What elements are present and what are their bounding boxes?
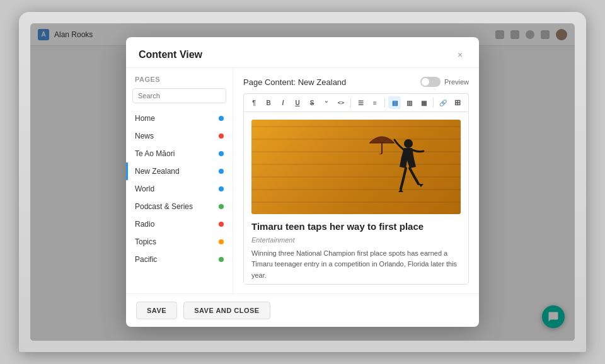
newzealand-dot [219, 169, 224, 174]
editor-panel: Page Content: New Zealand Preview [233, 68, 479, 293]
toolbar-code-block[interactable]: <> [335, 96, 347, 109]
toolbar-underline[interactable]: U [291, 96, 304, 109]
radio-dot [219, 222, 224, 227]
toolbar-paragraph[interactable]: ¶ [248, 96, 260, 109]
editor-area[interactable]: Timaru teen taps her way to first place … [243, 111, 469, 285]
toolbar-bold[interactable]: B [262, 96, 275, 109]
toolbar-sep-1 [350, 98, 351, 108]
laptop-shell: A Alan Rooks Content View × [19, 12, 586, 352]
teaomāori-dot [219, 151, 224, 156]
news-dot [219, 134, 224, 139]
podcast-dot [219, 204, 224, 209]
toolbar-italic[interactable]: I [277, 96, 289, 109]
sidebar-item-newzealand-label: New Zealand [135, 167, 180, 176]
sidebar-item-podcast-label: Podcast & Series [135, 202, 193, 211]
sidebar-item-news[interactable]: News [126, 127, 233, 145]
article-headline: Timaru teen taps her way to first place [251, 220, 461, 233]
sidebar-header: Pages [126, 76, 233, 88]
preview-switch[interactable] [420, 77, 441, 87]
toolbar-ul[interactable]: ☰ [354, 96, 367, 109]
pacific-dot [219, 257, 224, 262]
sidebar-item-teaomāori[interactable]: Te Ao Māori [126, 145, 233, 162]
sidebar-item-topics-label: Topics [135, 237, 156, 246]
sidebar-item-topics[interactable]: Topics [126, 233, 233, 251]
world-dot [219, 186, 224, 191]
search-wrap [126, 88, 233, 110]
article-body: Winning three National Champion first pl… [251, 248, 461, 282]
toolbar-align-right[interactable]: ▦ [417, 96, 430, 109]
toolbar-sep-2 [384, 98, 385, 108]
sidebar-item-world[interactable]: World [126, 180, 233, 198]
modal-body: Pages Home News [126, 68, 479, 293]
umbrella-icon [366, 129, 398, 154]
sidebar-item-radio[interactable]: Radio [126, 215, 233, 233]
toolbar-align-center[interactable]: ▥ [403, 96, 415, 109]
modal-footer: SAVE SAVE AND CLOSE [126, 293, 479, 327]
modal-title: Content View [139, 49, 202, 60]
sidebar-item-home-label: Home [135, 114, 155, 123]
save-button[interactable]: SAVE [136, 302, 177, 319]
toolbar-code-inline[interactable]: ʷ [320, 96, 333, 109]
modal-header: Content View × [126, 37, 479, 68]
content-top-bar: Page Content: New Zealand Preview [243, 77, 469, 87]
modal-dialog: Content View × Pages Home [126, 37, 479, 327]
sidebar-item-news-label: News [135, 132, 154, 140]
topics-dot [219, 239, 224, 244]
article-category: Entertainment [251, 236, 461, 244]
sidebar-item-world-label: World [135, 185, 154, 193]
save-close-button[interactable]: SAVE AND CLOSE [183, 302, 270, 319]
sidebar-item-newzealand[interactable]: New Zealand [126, 162, 233, 180]
toggle-knob [422, 78, 429, 86]
page-content-title: Page Content: New Zealand [243, 77, 346, 87]
laptop-screen: A Alan Rooks Content View × [30, 23, 575, 341]
app-background: A Alan Rooks Content View × [30, 23, 575, 341]
toolbar-align-left[interactable]: ▤ [388, 96, 401, 109]
home-dot [219, 116, 224, 121]
sidebar-item-pacific-label: Pacific [135, 255, 157, 264]
search-input[interactable] [132, 88, 226, 103]
article-image [251, 120, 461, 214]
toolbar-strikethrough[interactable]: S [306, 96, 318, 109]
pages-sidebar: Pages Home News [126, 68, 233, 293]
editor-toolbar: ¶ B I U S ʷ <> ☰ ≡ ▤ [243, 93, 469, 111]
toolbar-sep-3 [433, 98, 434, 108]
modal-overlay: Content View × Pages Home [30, 23, 575, 341]
toolbar-ol[interactable]: ≡ [369, 96, 381, 109]
sidebar-item-home[interactable]: Home [126, 110, 233, 127]
toolbar-link[interactable]: 🔗 [437, 96, 449, 109]
sidebar-item-radio-label: Radio [135, 220, 154, 229]
sidebar-item-pacific[interactable]: Pacific [126, 251, 233, 268]
svg-point-0 [404, 139, 413, 148]
sidebar-item-teaomāori-label: Te Ao Māori [135, 149, 175, 158]
preview-toggle[interactable]: Preview [420, 77, 469, 87]
sidebar-item-podcast[interactable]: Podcast & Series [126, 198, 233, 215]
modal-close-button[interactable]: × [454, 48, 466, 61]
toolbar-image[interactable]: ⊞ [451, 96, 464, 109]
preview-label: Preview [444, 78, 469, 86]
